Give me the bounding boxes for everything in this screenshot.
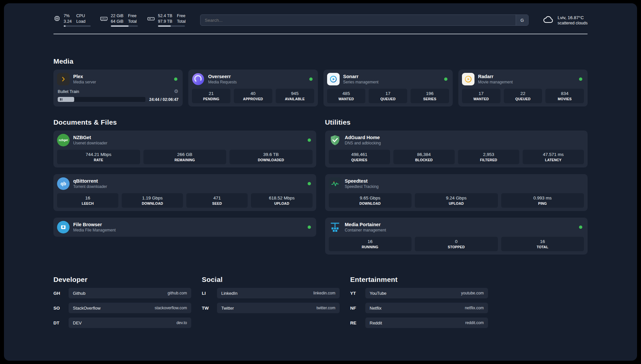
weather-location: Lviv, 16.87°C — [558, 15, 588, 20]
qbittorrent-icon: qb — [57, 177, 70, 190]
search-engine-button[interactable]: G — [516, 15, 528, 25]
section-title-social: Social — [202, 276, 340, 284]
app-name: Overseerr — [208, 74, 237, 79]
now-playing-title: Bullet Train — [58, 89, 79, 94]
disk-total-value: 97.9 TB — [158, 19, 172, 24]
bookmark-row: TW Twittertwitter.com — [202, 303, 340, 313]
disk-total-label: Total — [177, 19, 186, 24]
search-bar: G — [200, 15, 529, 26]
disk-monitor: 52.4 TB 97.9 TB Free Total — [147, 14, 186, 27]
app-card-speedtest[interactable]: Speedtest Speedtest Tracking 9.65 GbpsDO… — [325, 174, 588, 211]
ram-icon — [100, 15, 108, 23]
stat-tile: 39.6 TBDOWNLOADED — [229, 150, 313, 164]
pause-icon[interactable] — [58, 97, 74, 102]
bookmark-stackoverflow[interactable]: StackOverflowstackoverflow.com — [69, 303, 191, 313]
search-input[interactable] — [200, 18, 516, 23]
stat-tile: 16TOTAL — [501, 237, 584, 251]
app-card-filebrowser[interactable]: File Browser Media File Management — [53, 218, 316, 237]
playback-progress-bar[interactable] — [58, 97, 145, 102]
status-dot — [579, 77, 582, 81]
radarr-icon — [462, 73, 474, 85]
stat-tile: 22QUEUED — [504, 89, 542, 103]
app-subtitle: DNS and adblocking — [345, 141, 381, 145]
bookmark-abbr: RE — [350, 320, 365, 325]
status-dot — [308, 226, 311, 229]
app-subtitle: Speedtest Tracking — [345, 184, 379, 189]
stat-tile: 196SERIES — [411, 89, 449, 103]
ram-usage-bar — [111, 25, 138, 27]
app-card-portainer[interactable]: Media Portainer Container management 16R… — [325, 218, 588, 255]
speedtest-icon — [329, 177, 341, 190]
playback-time: 24:44 / 02:06:47 — [149, 97, 179, 102]
app-subtitle: Torrent downloader — [73, 184, 107, 189]
app-card-overseerr[interactable]: Overseerr Media Requests 21PENDING 40APP… — [188, 70, 318, 106]
status-dot — [308, 138, 311, 142]
app-name: File Browser — [73, 222, 116, 227]
cpu-monitor: 7% 3.24 CPU Load — [53, 14, 91, 27]
app-name: Plex — [73, 74, 96, 79]
stat-tile: 17WANTED — [462, 89, 501, 103]
ram-free-value: 22 GiB — [111, 14, 123, 19]
section-entertainment: Entertainment YT YouTubeyoutube.com NF N… — [350, 276, 488, 328]
nzbget-icon: nzbget — [57, 134, 70, 146]
stat-tile: 1.19 GbpsDOWNLOAD — [122, 193, 183, 208]
bookmark-row: YT YouTubeyoutube.com — [350, 288, 488, 298]
plex-icon — [57, 73, 70, 85]
section-title-utilities: Utilities — [325, 118, 588, 126]
bookmark-dev[interactable]: DEVdev.to — [69, 318, 191, 328]
app-card-sonarr[interactable]: Sonarr Series management 485WANTED 17QUE… — [323, 70, 453, 106]
stat-tile: 47.571 msLATENCY — [523, 150, 584, 164]
section-documents: Documents & Files nzbget NZBGet Usenet d… — [53, 118, 316, 255]
cpu-load-label: Load — [76, 19, 85, 24]
cpu-usage-bar — [64, 25, 91, 27]
bookmark-github[interactable]: Githubgithub.com — [69, 288, 191, 298]
status-dot — [444, 77, 447, 81]
status-dot — [174, 77, 177, 81]
weather-widget: Lviv, 16.87°C scattered clouds — [542, 14, 588, 27]
section-title-developer: Developer — [53, 276, 191, 284]
bookmark-row: SO StackOverflowstackoverflow.com — [53, 303, 191, 313]
cpu-load-value: 3.24 — [64, 19, 72, 24]
disk-free-label: Free — [177, 14, 186, 19]
app-name: Speedtest — [345, 178, 379, 184]
section-developer: Developer GH Githubgithub.com SO StackOv… — [53, 276, 191, 328]
stat-tile: 17QUEUED — [369, 89, 407, 103]
stat-tile: 2,953FILTERED — [458, 150, 519, 164]
ram-free-label: Free — [128, 14, 137, 19]
stat-tile: 471SEED — [186, 193, 248, 208]
weather-condition: scattered clouds — [558, 21, 588, 25]
bookmark-reddit[interactable]: Redditreddit.com — [365, 318, 488, 328]
app-card-plex[interactable]: Plex Media server Bullet Train ⚙ 24:44 /… — [53, 70, 183, 106]
bookmark-abbr: DT — [53, 320, 69, 325]
cloud-icon — [542, 14, 554, 27]
stat-tile: 498,461QUERIES — [329, 150, 390, 164]
app-card-adguard[interactable]: AdGuard Home DNS and adblocking 498,461Q… — [325, 131, 588, 167]
bookmark-linkedin[interactable]: LinkedInlinkedin.com — [217, 288, 340, 298]
app-subtitle: Media File Management — [73, 228, 116, 232]
status-dot — [579, 226, 582, 229]
settings-gear-icon[interactable]: ⚙ — [174, 88, 178, 94]
topbar-divider — [53, 34, 588, 34]
app-name: qBittorrent — [73, 178, 107, 184]
app-subtitle: Series management — [343, 80, 379, 84]
bookmark-youtube[interactable]: YouTubeyoutube.com — [365, 288, 488, 298]
stat-tile: 16RUNNING — [329, 237, 412, 251]
bookmark-twitter[interactable]: Twittertwitter.com — [217, 303, 340, 313]
app-card-nzbget[interactable]: nzbget NZBGet Usenet downloader 744.21 M… — [53, 131, 316, 167]
app-card-qbittorrent[interactable]: qb qBittorrent Torrent downloader 16LEEC… — [53, 174, 316, 211]
cpu-icon — [53, 15, 61, 22]
section-utilities: Utilities AdGuard Home DNS and adblockin… — [325, 118, 588, 255]
section-title-entertainment: Entertainment — [350, 276, 488, 284]
stat-tile: 9.24 GbpsUPLOAD — [415, 193, 498, 208]
adguard-icon — [329, 134, 341, 146]
bookmark-netflix[interactable]: Netflixnetflix.com — [365, 303, 488, 313]
app-name: Radarr — [478, 74, 513, 79]
disk-free-value: 52.4 TB — [158, 14, 172, 19]
stat-tile: 40APPROVED — [234, 89, 272, 103]
stat-tile: 945AVAILABLE — [276, 89, 314, 103]
app-name: NZBGet — [73, 135, 107, 140]
stat-tile: 16LEECH — [57, 193, 118, 208]
app-card-radarr[interactable]: Radarr Movie management 17WANTED 22QUEUE… — [458, 70, 588, 106]
section-media: Media Plex Media server Bullet Train ⚙ — [53, 57, 588, 106]
bookmark-abbr: SO — [53, 306, 69, 311]
